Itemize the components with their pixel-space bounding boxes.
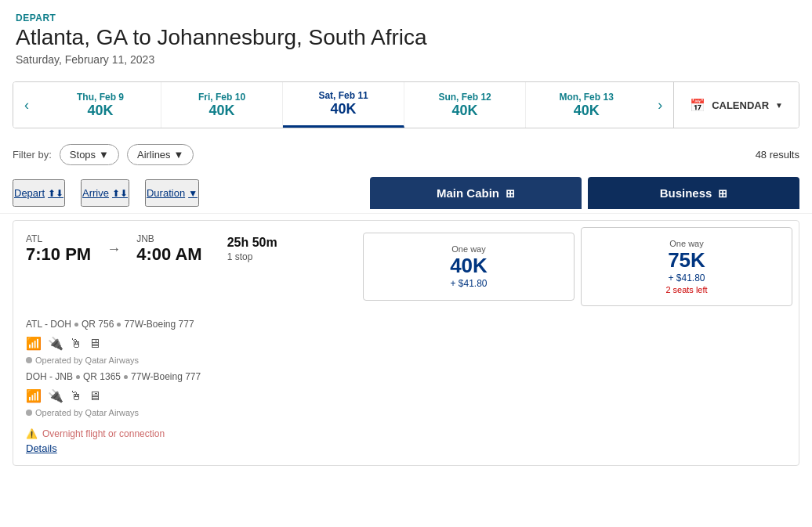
- seg2-usb-icon: 🖱: [70, 389, 82, 403]
- date-miles-1: 40K: [209, 103, 235, 119]
- date-label-4: Mon, Feb 13: [559, 92, 613, 103]
- filter-by-label: Filter by:: [13, 149, 52, 161]
- power-icon: 🔌: [48, 336, 63, 351]
- usb-icon: 🖱: [70, 337, 82, 351]
- date-miles-3: 40K: [452, 103, 478, 119]
- arrive-time: 4:00 AM: [136, 244, 202, 265]
- date-label-1: Fri, Feb 10: [198, 92, 245, 103]
- segment-2-row: DOH - JNB QR 1365 77W-Boeing 777: [26, 371, 786, 382]
- sort-arrive-button[interactable]: Arrive ⬆⬇: [81, 179, 129, 207]
- business-expand-icon: ⊞: [718, 187, 727, 200]
- seg2-operated-label: Operated by Qatar Airways: [35, 408, 139, 417]
- sort-duration-label: Duration: [147, 187, 185, 199]
- flight-details-section: ATL - DOH QR 756 77W-Boeing 777 📶 🔌 🖱 🖥 …: [13, 312, 799, 465]
- dest-code: JNB: [136, 233, 202, 244]
- seg2-wifi-icon: 📶: [26, 388, 42, 403]
- date-miles-0: 40K: [88, 103, 114, 119]
- date-label-3: Sun, Feb 12: [438, 92, 491, 103]
- date-miles-4: 40K: [574, 103, 600, 119]
- airlines-chevron-icon: ▼: [174, 149, 184, 161]
- stops-filter-button[interactable]: Stops ▼: [60, 144, 119, 165]
- date-items: Thu, Feb 9 40K Fri, Feb 10 40K Sat, Feb …: [40, 82, 647, 128]
- seg2-flight: QR 1365: [83, 371, 121, 382]
- next-date-arrow[interactable]: ›: [647, 82, 673, 128]
- origin-block: ATL 7:10 PM: [26, 233, 91, 265]
- seg2-amenities: 📶 🔌 🖱 🖥: [26, 384, 786, 406]
- main-cabin-price-box[interactable]: One way 40K + $41.80: [363, 233, 575, 301]
- seg2-screen-icon: 🖥: [89, 389, 101, 403]
- sort-arrive-label: Arrive: [82, 187, 109, 199]
- business-miles-price: 75K: [668, 248, 705, 273]
- sort-arrive-icon: ⬆⬇: [112, 188, 128, 199]
- main-cabin-header: Main Cabin ⊞: [370, 177, 582, 209]
- segment-1-row: ATL - DOH QR 756 77W-Boeing 777: [26, 319, 786, 330]
- duration-block: 25h 50m 1 stop: [227, 236, 277, 262]
- depart-label: DEPART: [16, 13, 796, 23]
- filter-bar: Filter by: Stops ▼ Airlines ▼ 48 results: [0, 136, 812, 173]
- seg1-amenities: 📶 🔌 🖱 🖥: [26, 331, 786, 354]
- sort-columns: Depart ⬆⬇ Arrive ⬆⬇ Duration ▼: [13, 173, 370, 213]
- warning-icon: ⚠️: [26, 428, 38, 439]
- flight-card: ATL 7:10 PM → JNB 4:00 AM 25h 50m 1 stop…: [13, 220, 799, 466]
- details-link[interactable]: Details: [26, 441, 57, 462]
- calendar-chevron-icon: ▼: [775, 101, 783, 110]
- airlines-label: Airlines: [137, 149, 171, 161]
- seg1-dot-1: [74, 323, 78, 327]
- filter-left: Filter by: Stops ▼ Airlines ▼: [13, 144, 194, 165]
- main-cash: + $41.80: [450, 278, 487, 289]
- business-price-box[interactable]: One way 75K + $41.80 2 seats left: [581, 227, 792, 306]
- main-miles-price: 40K: [450, 254, 488, 278]
- sort-cabin-row: Depart ⬆⬇ Arrive ⬆⬇ Duration ▼ Main Cabi…: [0, 173, 812, 214]
- depart-time: 7:10 PM: [26, 244, 91, 265]
- flight-price-boxes: One way 40K + $41.80 One way 75K + $41.8…: [357, 221, 799, 312]
- seg1-dot-2: [117, 323, 121, 327]
- flight-left-panel: ATL 7:10 PM → JNB 4:00 AM 25h 50m 1 stop: [13, 221, 357, 312]
- screen-icon: 🖥: [89, 337, 101, 351]
- route-title: Atlanta, GA to Johannesburg, South Afric…: [16, 25, 796, 50]
- main-cabin-expand-icon: ⊞: [506, 187, 515, 200]
- date-item-3[interactable]: Sun, Feb 12 40K: [404, 82, 526, 128]
- calendar-button[interactable]: 📅 CALENDAR ▼: [673, 82, 799, 128]
- sort-depart-icon: ⬆⬇: [48, 188, 63, 199]
- seg2-operated-by: Operated by Qatar Airways: [26, 406, 786, 424]
- main-cabin-label: Main Cabin: [437, 186, 499, 200]
- stops-badge: 1 stop: [227, 251, 277, 262]
- stops-chevron-icon: ▼: [99, 149, 109, 161]
- sort-duration-button[interactable]: Duration ▼: [145, 179, 199, 207]
- flight-times: ATL 7:10 PM → JNB 4:00 AM 25h 50m 1 stop: [26, 233, 344, 265]
- main-one-way-label: One way: [451, 244, 485, 254]
- date-navigation: ‹ Thu, Feb 9 40K Fri, Feb 10 40K Sat, Fe…: [13, 81, 799, 128]
- business-one-way-label: One way: [669, 239, 703, 248]
- airlines-filter-button[interactable]: Airlines ▼: [127, 144, 194, 165]
- date-item-4[interactable]: Mon, Feb 13 40K: [526, 82, 647, 128]
- flight-main-row: ATL 7:10 PM → JNB 4:00 AM 25h 50m 1 stop…: [13, 221, 799, 312]
- seg1-operated-by: Operated by Qatar Airways: [26, 354, 786, 371]
- business-label: Business: [660, 186, 712, 200]
- sort-depart-button[interactable]: Depart ⬆⬇: [13, 179, 65, 207]
- date-item-1[interactable]: Fri, Feb 10 40K: [161, 82, 283, 128]
- calendar-icon: 📅: [690, 98, 705, 113]
- seg1-route: ATL - DOH: [26, 319, 71, 330]
- business-cash: + $41.80: [668, 273, 705, 283]
- date-label-2: Sat, Feb 11: [318, 90, 368, 101]
- date-subtitle: Saturday, February 11, 2023: [16, 53, 796, 66]
- seg2-dot-2: [124, 375, 128, 379]
- overnight-warning: ⚠️ Overnight flight or connection: [26, 424, 786, 441]
- sort-duration-icon: ▼: [188, 188, 198, 199]
- seg1-flight: QR 756: [82, 319, 114, 330]
- seats-left-badge: 2 seats left: [665, 285, 707, 294]
- sort-depart-label: Depart: [14, 187, 45, 199]
- date-item-2[interactable]: Sat, Feb 11 40K: [283, 82, 404, 128]
- date-item-0[interactable]: Thu, Feb 9 40K: [40, 82, 161, 128]
- operated-dot-1: [26, 357, 32, 363]
- warning-text: Overnight flight or connection: [42, 428, 165, 439]
- operated-dot-2: [26, 410, 32, 416]
- calendar-label: CALENDAR: [712, 99, 769, 111]
- prev-date-arrow[interactable]: ‹: [13, 82, 40, 128]
- stops-label: Stops: [70, 149, 96, 161]
- dest-block: JNB 4:00 AM: [136, 233, 202, 265]
- flight-arrow-icon: →: [100, 241, 127, 258]
- page-header: DEPART Atlanta, GA to Johannesburg, Sout…: [0, 0, 812, 74]
- seg2-plane: 77W-Boeing 777: [131, 371, 201, 382]
- seg1-operated-label: Operated by Qatar Airways: [35, 356, 139, 365]
